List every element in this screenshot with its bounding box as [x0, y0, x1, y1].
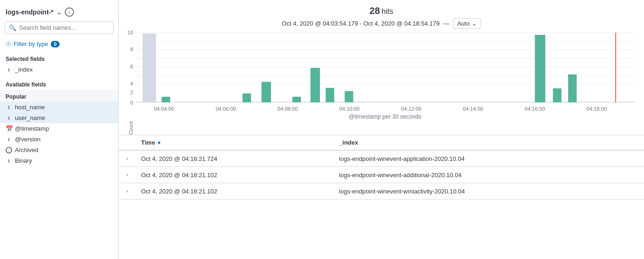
svg-text:04:16:00: 04:16:00: [525, 106, 545, 112]
svg-text:04:06:00: 04:06:00: [216, 106, 236, 112]
interval-select[interactable]: Auto ⌄: [453, 18, 481, 29]
chart-svg: 10 8 6 4 2 0: [136, 33, 635, 119]
search-box[interactable]: 🔍: [5, 21, 114, 34]
index-cell: logs-endpoint-winevent-wmiactivity-2020.…: [333, 183, 644, 199]
interval-value: Auto: [457, 20, 470, 27]
svg-rect-26: [568, 74, 576, 102]
field-name: user_name: [15, 114, 45, 121]
sort-icon: ▼: [156, 140, 162, 146]
chevron-down-icon[interactable]: ⌄: [56, 8, 62, 16]
field-name: @timestamp: [15, 125, 49, 132]
type-icon-t: t: [6, 67, 12, 73]
type-icon-t: t: [6, 158, 12, 164]
timestamp-cell: Oct 4, 2020 @ 04:18:21.102: [136, 183, 333, 199]
svg-text:2: 2: [130, 90, 133, 95]
index-column-header: _index: [333, 135, 644, 150]
selected-fields-label: Selected fields: [0, 53, 118, 64]
svg-rect-25: [553, 88, 561, 102]
expand-button[interactable]: ›: [124, 187, 130, 195]
svg-rect-17: [243, 93, 251, 102]
svg-text:8: 8: [130, 46, 133, 52]
index-pattern-label[interactable]: logs-endpoint-*: [6, 8, 54, 16]
field-name: Binary: [15, 157, 32, 164]
search-input[interactable]: [19, 24, 109, 31]
sidebar: logs-endpoint-* ⌄ ‹ 🔍 ☉ Filter by type 0…: [0, 0, 119, 259]
available-fields-label: Available fields: [0, 79, 118, 90]
sidebar-header: logs-endpoint-* ⌄ ‹: [0, 5, 118, 21]
filter-icon: ☉: [6, 40, 11, 47]
type-icon-t: t: [6, 105, 12, 110]
table-area: Time ▼ _index › Oct 4, 2020 @ 04:18:21.7…: [119, 135, 644, 259]
field-item-index[interactable]: t _index: [0, 64, 118, 75]
time-column-header[interactable]: Time ▼: [136, 135, 333, 150]
date-range-text: Oct 4, 2020 @ 04:03:54.179 - Oct 4, 2020…: [282, 20, 440, 27]
expand-cell: ›: [119, 183, 136, 199]
popular-label: Popular: [0, 90, 118, 102]
time-header-label: Time: [141, 139, 155, 146]
svg-text:04:14:00: 04:14:00: [463, 106, 483, 112]
chart-inner: 10 8 6 4 2 0: [136, 33, 635, 135]
nav-back-icon[interactable]: ‹: [65, 7, 74, 17]
timestamp-cell: Oct 4, 2020 @ 04:18:21.724: [136, 150, 333, 167]
svg-rect-22: [345, 91, 353, 102]
main-content: 28 hits Oct 4, 2020 @ 04:03:54.179 - Oct…: [119, 0, 644, 259]
type-icon-t: t: [6, 137, 12, 142]
expand-button[interactable]: ›: [124, 154, 130, 163]
date-range: Oct 4, 2020 @ 04:03:54.179 - Oct 4, 2020…: [128, 18, 635, 29]
svg-rect-15: [142, 33, 156, 102]
field-archived[interactable]: ○ Archived: [0, 145, 118, 155]
svg-rect-24: [535, 35, 545, 102]
chart-wrapper: Count 10 8 6 4 2: [128, 33, 635, 135]
chart-area: 28 hits Oct 4, 2020 @ 04:03:54.179 - Oct…: [119, 0, 644, 135]
table-row: › Oct 4, 2020 @ 04:18:21.724 logs-endpoi…: [119, 150, 644, 167]
field-user-name[interactable]: t user_name: [0, 113, 118, 123]
svg-text:0: 0: [130, 100, 133, 106]
field-name: @version: [15, 136, 41, 143]
expand-button[interactable]: ›: [124, 171, 130, 179]
filter-row: ☉ Filter by type 0: [0, 39, 118, 49]
calendar-icon: 📅: [6, 125, 12, 132]
svg-text:10: 10: [127, 30, 133, 35]
table-row: › Oct 4, 2020 @ 04:18:21.102 logs-endpoi…: [119, 167, 644, 183]
svg-text:6: 6: [130, 64, 133, 69]
field-name: Archived: [15, 146, 39, 153]
table-row: › Oct 4, 2020 @ 04:18:21.102 logs-endpoi…: [119, 183, 644, 199]
svg-text:04:10:00: 04:10:00: [339, 106, 360, 112]
hits-label: hits: [381, 7, 393, 15]
filter-label: Filter by type: [14, 40, 48, 47]
filter-count-badge: 0: [51, 41, 59, 47]
svg-text:04:18:00: 04:18:00: [586, 106, 607, 112]
svg-rect-19: [292, 97, 301, 102]
svg-rect-18: [262, 82, 271, 102]
chevron-down-icon: ⌄: [472, 20, 477, 27]
date-range-dash: —: [443, 20, 449, 27]
svg-text:04:12:00: 04:12:00: [401, 106, 421, 112]
circle-icon: ○: [6, 147, 12, 153]
chart-header: 28 hits: [128, 6, 635, 16]
expand-col-header: [119, 135, 136, 150]
y-axis-label: Count: [128, 107, 134, 135]
svg-rect-20: [311, 68, 320, 102]
search-icon: 🔍: [9, 24, 16, 31]
results-table: Time ▼ _index › Oct 4, 2020 @ 04:18:21.7…: [119, 135, 644, 199]
index-cell: logs-endpoint-winevent-additional-2020.1…: [333, 167, 644, 183]
index-cell: logs-endpoint-winevent-application-2020.…: [333, 150, 644, 167]
svg-text:4: 4: [130, 81, 133, 86]
hits-count: 28: [370, 6, 380, 16]
svg-text:@timestamp per 30 seconds: @timestamp per 30 seconds: [349, 113, 421, 120]
field-host-name[interactable]: t host_name: [0, 102, 118, 113]
filter-by-type-button[interactable]: ☉ Filter by type: [6, 40, 48, 47]
type-icon-t: t: [6, 115, 12, 121]
field-name: host_name: [15, 104, 45, 111]
timestamp-cell: Oct 4, 2020 @ 04:18:21.102: [136, 167, 333, 183]
svg-text:04:04:00: 04:04:00: [154, 106, 174, 112]
popular-section: Popular t host_name t user_name: [0, 90, 118, 123]
field-name: _index: [15, 66, 33, 73]
field-timestamp[interactable]: 📅 @timestamp: [0, 123, 118, 134]
table-header-row: Time ▼ _index: [119, 135, 644, 150]
expand-cell: ›: [119, 150, 136, 167]
svg-text:04:08:00: 04:08:00: [278, 106, 298, 112]
field-version[interactable]: t @version: [0, 134, 118, 145]
svg-rect-16: [162, 97, 170, 102]
field-binary[interactable]: t Binary: [0, 155, 118, 166]
